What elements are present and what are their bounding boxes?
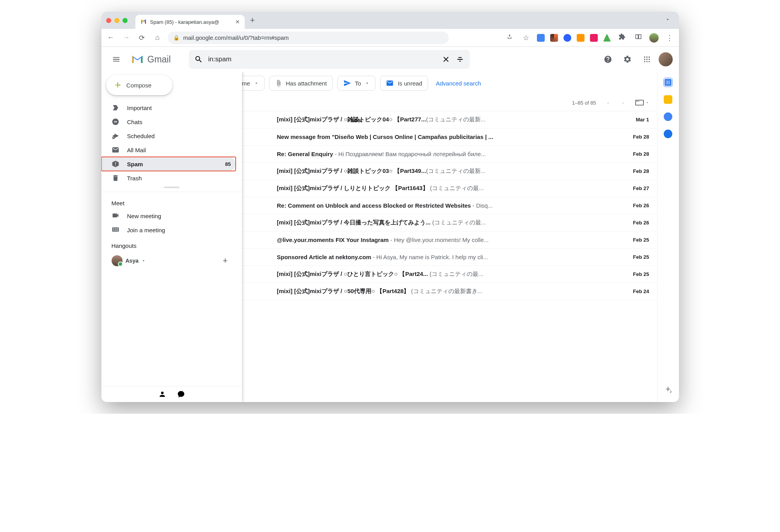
browser-menu-button[interactable]: ⋮ — [664, 34, 675, 42]
clear-search-button[interactable] — [442, 55, 450, 64]
message-row[interactable]: [mixi] [公式]mixiプラザ / ○雑談トピック03○ 【Part349… — [222, 163, 657, 180]
message-subject: [mixi] [公式]mixiプラザ / ○50代専用○ 【Part428】 (… — [277, 288, 620, 295]
extensions-button[interactable] — [617, 33, 627, 42]
reload-button[interactable]: ⟳ — [137, 34, 147, 42]
hangouts-add-button[interactable]: + — [223, 256, 228, 266]
settings-button[interactable] — [620, 52, 635, 67]
person-icon[interactable] — [158, 390, 166, 398]
message-date: Feb 28 — [626, 151, 649, 157]
sidebar-item-important[interactable]: Important — [101, 101, 236, 115]
url-input[interactable]: 🔒 mail.google.com/mail/u/0/?tab=rm#spam — [168, 32, 449, 44]
message-row[interactable]: [mixi] [公式]mixiプラザ / 今日撮った写真を上げてみよう... (… — [222, 214, 657, 231]
hangouts-user[interactable]: Asya + — [101, 251, 242, 270]
search-input[interactable] — [208, 55, 436, 63]
attachment-filter-chip[interactable]: Has attachment — [269, 76, 333, 91]
extension-icon[interactable] — [537, 34, 545, 42]
drag-handle[interactable] — [164, 187, 179, 188]
next-page-button[interactable]: › — [617, 97, 629, 109]
expand-side-panel-button[interactable]: › — [670, 388, 672, 395]
support-button[interactable] — [600, 52, 616, 67]
spam-icon — [112, 160, 119, 168]
chip-label: Has attachment — [286, 80, 327, 87]
reading-list-button[interactable] — [633, 33, 644, 42]
extension-icon[interactable] — [563, 34, 571, 42]
attachment-icon — [275, 80, 282, 87]
message-row[interactable]: [mixi] [公式]mixiプラザ / ○ひとり言トピック○ 【Part24.… — [222, 266, 657, 283]
folder-label: Trash — [127, 175, 223, 181]
back-button[interactable]: ← — [105, 34, 116, 42]
mail-icon — [386, 79, 394, 87]
home-button[interactable]: ⌂ — [152, 34, 163, 42]
sidebar-item-chats[interactable]: Chats — [101, 115, 236, 129]
bookmark-button[interactable]: ☆ — [521, 34, 531, 42]
calendar-button[interactable] — [664, 78, 672, 87]
to-filter-chip[interactable]: To — [338, 76, 376, 91]
svg-rect-14 — [637, 101, 638, 101]
main-content: y time Has attachment To Is unread Advan… — [222, 72, 657, 402]
folder-count: 85 — [225, 161, 231, 167]
compose-button[interactable]: + Compose — [106, 75, 172, 95]
input-tools-button[interactable] — [635, 100, 649, 106]
extension-icons: ☆ ⋮ — [504, 33, 675, 43]
extension-icon[interactable] — [577, 34, 585, 42]
forward-button[interactable]: → — [121, 34, 132, 42]
trash-icon — [112, 174, 119, 182]
minimize-window-button[interactable] — [114, 18, 119, 23]
search-options-button[interactable] — [456, 55, 464, 64]
tab-title: Spam (85) - karapetian.asya@ — [150, 19, 232, 25]
keep-button[interactable] — [664, 95, 672, 104]
message-row[interactable]: [mixi] [公式]mixiプラザ / しりとりトピック 【Part1643】… — [222, 180, 657, 197]
apps-button[interactable] — [639, 52, 655, 67]
message-date: Feb 25 — [626, 254, 649, 260]
meet-item-join-a-meeting[interactable]: Join a meeting — [101, 223, 242, 237]
chevron-down-icon — [645, 101, 649, 105]
tab-dropdown-button[interactable] — [665, 17, 670, 24]
gmail-logo[interactable]: Gmail — [131, 54, 171, 65]
message-date: Feb 25 — [626, 237, 649, 243]
apps-grid-icon — [643, 55, 651, 63]
message-row[interactable]: Re: General Enquiry - Hi Поздравляем! Ва… — [222, 146, 657, 163]
prev-page-button[interactable]: ‹ — [602, 97, 614, 109]
user-avatar — [112, 255, 123, 266]
main-menu-button[interactable] — [108, 51, 125, 68]
svg-point-6 — [644, 61, 645, 62]
sidebar-item-spam[interactable]: Spam 85 — [101, 157, 236, 171]
sidebar-item-trash[interactable]: Trash — [101, 171, 236, 185]
message-subject: [mixi] [公式]mixiプラザ / ○雑談トピック04○ 【Part277… — [277, 116, 620, 123]
message-row[interactable]: New message from "Diseño Web | Cursos On… — [222, 128, 657, 146]
tasks-button[interactable] — [664, 112, 672, 121]
browser-tab[interactable]: Spam (85) - karapetian.asya@ ✕ — [135, 15, 245, 29]
send-icon — [343, 79, 351, 87]
maximize-window-button[interactable] — [123, 18, 128, 23]
message-subject: Re: General Enquiry - Hi Поздравляем! Ва… — [277, 151, 620, 157]
message-list: sos. [mixi] [公式]mixiプラザ / ○雑談トピック04○ 【Pa… — [222, 111, 657, 300]
hangouts-icon[interactable] — [177, 390, 185, 398]
unread-filter-chip[interactable]: Is unread — [380, 76, 428, 91]
chip-label: To — [355, 80, 361, 87]
close-tab-button[interactable]: ✕ — [235, 19, 240, 25]
share-button[interactable] — [504, 34, 515, 42]
extension-icon[interactable] — [550, 34, 558, 42]
svg-point-7 — [646, 61, 647, 62]
message-row[interactable]: [mixi] [公式]mixiプラザ / ○雑談トピック04○ 【Part277… — [222, 111, 657, 128]
sidebar-item-scheduled[interactable]: Scheduled — [101, 129, 236, 143]
extension-icon[interactable] — [590, 34, 598, 42]
new-tab-button[interactable]: + — [250, 15, 255, 25]
advanced-search-link[interactable]: Advanced search — [436, 80, 481, 87]
message-row[interactable]: [mixi] [公式]mixiプラザ / ○50代専用○ 【Part428】 (… — [222, 283, 657, 300]
sidebar-item-all-mail[interactable]: All Mail — [101, 143, 236, 157]
extension-icon[interactable] — [603, 34, 611, 42]
message-row[interactable]: Re: Comment on Unblock and access Blocke… — [222, 197, 657, 214]
account-avatar-button[interactable] — [659, 52, 673, 66]
profile-avatar-button[interactable] — [649, 33, 659, 43]
meet-item-new-meeting[interactable]: New meeting — [101, 209, 242, 223]
svg-point-8 — [649, 61, 650, 62]
message-subject: Re: Comment on Unblock and access Blocke… — [277, 202, 620, 209]
close-window-button[interactable] — [106, 18, 111, 23]
search-bar[interactable] — [189, 50, 470, 69]
message-row[interactable]: Sponsored Article at nektony.com - Hi As… — [222, 249, 657, 266]
svg-point-2 — [649, 57, 650, 58]
contacts-button[interactable] — [664, 130, 672, 138]
message-row[interactable]: @live.your.moments FIX Your Instagram - … — [222, 231, 657, 249]
message-date: Feb 27 — [626, 185, 649, 191]
